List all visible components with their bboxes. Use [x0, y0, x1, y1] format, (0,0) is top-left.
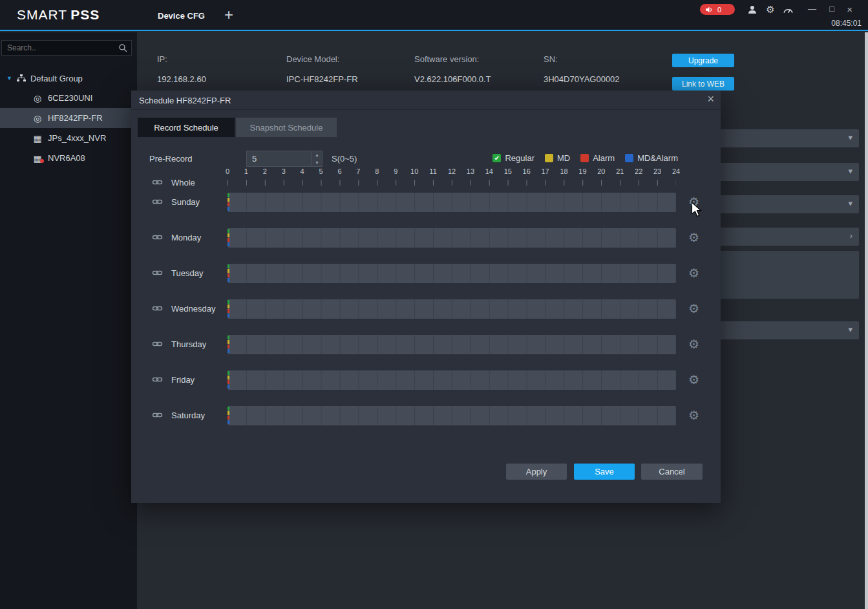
close-window-button[interactable]: ×: [847, 4, 852, 15]
chevron-right-icon[interactable]: ›: [850, 231, 852, 240]
hour-label: 15: [504, 167, 512, 175]
hour-label: 7: [356, 167, 360, 175]
link-icon[interactable]: [152, 198, 163, 205]
software-version-value: V2.622.106F000.0.T: [414, 74, 491, 84]
chevron-down-icon[interactable]: ▾: [848, 198, 852, 208]
gear-icon[interactable]: ⚙: [688, 408, 699, 423]
whole-link-icon[interactable]: [152, 178, 163, 187]
chevron-down-icon[interactable]: ▾: [848, 166, 852, 176]
search-icon[interactable]: [118, 43, 127, 52]
gear-icon[interactable]: ⚙: [688, 266, 699, 281]
timeline-bar[interactable]: [228, 193, 676, 212]
link-icon[interactable]: [152, 305, 163, 312]
legend-swatch[interactable]: [625, 154, 633, 162]
dialog-title-bar[interactable]: Schedule HF8242FP-FR ×: [131, 91, 721, 110]
legend-swatch[interactable]: [545, 154, 553, 162]
legend-item[interactable]: Alarm: [580, 153, 615, 163]
chevron-down-icon[interactable]: ▾: [848, 325, 852, 334]
tab-record-schedule-label: Record Schedule: [154, 123, 218, 133]
tab-record-schedule[interactable]: Record Schedule: [138, 118, 235, 137]
device-sidebar: ▼ Default Group ◎ 6CE230UNI ◎ HF8242FP-F…: [0, 32, 137, 609]
sidebar-device-item[interactable]: ◎ 6CE230UNI: [0, 88, 137, 108]
spinner-up-icon[interactable]: ▲: [312, 151, 322, 159]
settings-gear-icon[interactable]: ⚙: [765, 5, 776, 15]
brand-pss: PSS: [70, 7, 100, 22]
schedule-color-markers: [228, 193, 229, 211]
brand-smart: SMART: [17, 7, 67, 22]
add-tab-button[interactable]: +: [224, 6, 233, 24]
whole-timeline-ruler[interactable]: [228, 180, 676, 186]
scrollbar[interactable]: [865, 32, 868, 609]
legend-item[interactable]: MD: [545, 153, 570, 163]
sidebar-device-item[interactable]: ◎ HF8242FP-FR: [0, 108, 137, 128]
sidebar-device-item[interactable]: ▦ JPs_4xxx_NVR: [0, 128, 137, 148]
gear-icon[interactable]: ⚙: [688, 230, 699, 245]
link-icon[interactable]: [152, 376, 163, 383]
link-to-web-button[interactable]: Link to WEB: [672, 77, 734, 91]
device-icon: ◎: [32, 113, 43, 123]
gear-icon[interactable]: ⚙: [688, 372, 699, 387]
timeline-bar[interactable]: [228, 335, 676, 354]
ip-value: 192.168.2.60: [157, 74, 206, 84]
pre-record-spinner[interactable]: ▲ ▼: [246, 151, 323, 167]
timeline-bar[interactable]: [228, 299, 676, 319]
software-version-label: Software version:: [414, 54, 479, 64]
hour-label: 1: [244, 167, 248, 175]
spinner-down-icon[interactable]: ▼: [312, 159, 322, 167]
alarm-indicator[interactable]: 0: [700, 4, 735, 15]
hour-ruler: 0123456789101112131415161718192021222324: [228, 167, 676, 176]
hour-label: 9: [394, 167, 397, 175]
legend-swatch[interactable]: [580, 154, 589, 162]
user-icon[interactable]: [746, 5, 758, 15]
pre-record-label: Pre-Record: [149, 154, 192, 164]
sidebar-group-default[interactable]: ▼ Default Group: [0, 70, 137, 87]
day-label: Friday: [171, 375, 195, 385]
timeline-bar[interactable]: [228, 406, 676, 425]
model-value: IPC-HF8242FP-FR: [286, 74, 358, 84]
cancel-button[interactable]: Cancel: [641, 464, 703, 480]
upgrade-button[interactable]: Upgrade: [672, 54, 734, 67]
timeline-bar[interactable]: [228, 370, 676, 390]
link-icon[interactable]: [152, 234, 163, 240]
legend-swatch[interactable]: ✔: [492, 154, 501, 162]
hour-label: 4: [301, 167, 304, 175]
device-label: NVR6A08: [48, 153, 85, 163]
hour-label: 24: [672, 167, 680, 175]
sidebar-device-item[interactable]: ▦ NVR6A08: [0, 148, 137, 168]
top-bar: SMARTPSS Device CFG + 0 ⚙ — □ × 08:45:01: [0, 0, 868, 31]
maximize-button[interactable]: □: [829, 4, 834, 14]
legend-item[interactable]: ✔ Regular: [492, 153, 535, 163]
schedule-day-row: Friday ⚙: [131, 370, 721, 406]
schedule-day-row: Wednesday ⚙: [131, 299, 721, 335]
day-label: Tuesday: [171, 268, 203, 278]
day-label: Wednesday: [171, 304, 215, 314]
gear-icon[interactable]: ⚙: [688, 195, 699, 209]
gear-icon[interactable]: ⚙: [688, 337, 699, 352]
legend: ✔ Regular MD Alarm MD&Alarm: [492, 153, 678, 163]
minimize-button[interactable]: —: [808, 4, 816, 14]
tab-device-cfg[interactable]: Device CFG: [147, 0, 215, 31]
caret-down-icon[interactable]: ▼: [6, 75, 12, 81]
search-input[interactable]: [2, 43, 118, 52]
hour-label: 2: [263, 167, 267, 175]
device-icon: ▦: [32, 153, 43, 164]
timeline-bar[interactable]: [228, 228, 676, 248]
hour-label: 8: [375, 167, 379, 175]
pre-record-input[interactable]: [247, 151, 312, 166]
link-icon[interactable]: [152, 270, 163, 276]
gear-icon[interactable]: ⚙: [688, 301, 699, 316]
link-icon[interactable]: [152, 341, 163, 347]
save-button[interactable]: Save: [574, 464, 635, 480]
gauge-icon[interactable]: [782, 5, 794, 15]
legend-label: MD&Alarm: [637, 153, 678, 163]
tab-snapshot-schedule[interactable]: Snapshot Schedule: [236, 118, 337, 137]
hour-label: 20: [597, 167, 605, 175]
legend-label: Alarm: [593, 153, 615, 163]
legend-item[interactable]: MD&Alarm: [625, 153, 678, 163]
dialog-close-icon[interactable]: ×: [707, 92, 714, 106]
timeline-bar[interactable]: [228, 264, 676, 283]
chevron-down-icon[interactable]: ▾: [848, 133, 852, 142]
link-icon[interactable]: [152, 412, 163, 418]
apply-button[interactable]: Apply: [506, 464, 567, 480]
search-box[interactable]: [1, 40, 132, 56]
